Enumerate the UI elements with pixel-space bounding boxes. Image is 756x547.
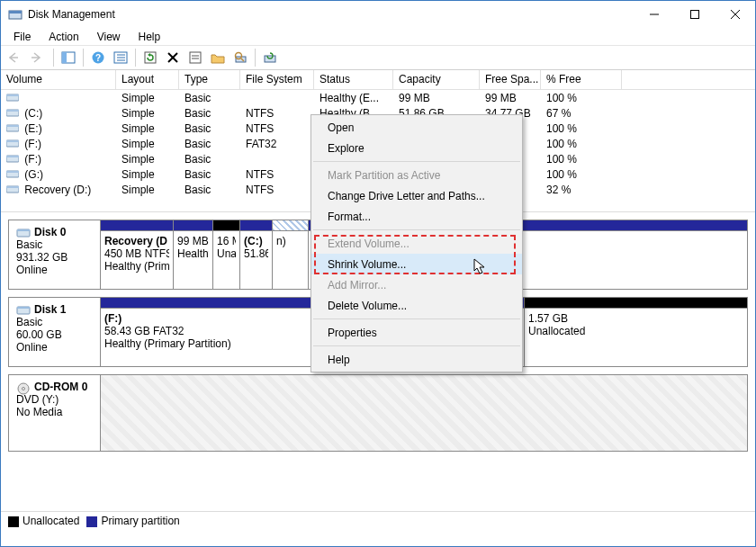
help-button[interactable]: ? xyxy=(88,48,108,67)
menu-bar: File Action View Help xyxy=(1,28,755,46)
partition[interactable]: 16 MUnal xyxy=(212,220,239,289)
hdd-icon xyxy=(16,228,31,238)
col-type[interactable]: Type xyxy=(179,70,240,89)
rescan-icon[interactable] xyxy=(260,48,280,67)
ctx-shrink-volume[interactable]: Shrink Volume... xyxy=(311,254,522,274)
disk-info[interactable]: Disk 1Basic60.00 GBOnline xyxy=(9,298,101,366)
svg-rect-33 xyxy=(6,156,19,157)
col-capacity[interactable]: Capacity xyxy=(393,70,480,89)
legend-unallocated: Unallocated xyxy=(22,515,79,527)
svg-point-43 xyxy=(22,387,25,390)
window-title: Disk Management xyxy=(28,8,634,21)
disk-row: CD-ROM 0DVD (Y:)No Media xyxy=(8,374,748,452)
menu-help[interactable]: Help xyxy=(130,29,170,45)
cdrom-icon xyxy=(16,382,31,393)
col-free[interactable]: Free Spa... xyxy=(480,70,541,89)
svg-rect-29 xyxy=(6,125,19,127)
disk-info[interactable]: Disk 0Basic931.32 GBOnline xyxy=(9,220,101,289)
svg-rect-3 xyxy=(690,11,698,19)
refresh-button[interactable] xyxy=(140,48,160,67)
col-layout[interactable]: Layout xyxy=(116,70,179,89)
svg-rect-25 xyxy=(6,94,19,96)
col-filesystem[interactable]: File System xyxy=(240,70,314,89)
empty-media xyxy=(101,375,747,451)
svg-rect-1 xyxy=(9,11,22,13)
legend-swatch-primary xyxy=(86,516,97,527)
ctx-explore[interactable]: Explore xyxy=(311,138,522,158)
partition[interactable]: 1.57 GBUnallocated xyxy=(524,298,747,366)
app-icon xyxy=(8,7,22,22)
ctx-open[interactable]: Open xyxy=(311,117,522,138)
maximize-button[interactable] xyxy=(674,1,715,28)
legend: Unallocated Primary partition xyxy=(1,512,755,530)
partition[interactable]: Recovery (D450 MB NTFSHealthy (Prim xyxy=(101,220,173,289)
col-pctfree[interactable]: % Free xyxy=(541,70,622,89)
svg-rect-39 xyxy=(17,229,30,231)
svg-rect-37 xyxy=(6,186,19,188)
menu-view[interactable]: View xyxy=(88,29,130,45)
svg-rect-27 xyxy=(6,110,19,112)
svg-rect-35 xyxy=(6,171,19,173)
legend-swatch-unallocated xyxy=(8,516,19,527)
search-disk-icon[interactable] xyxy=(230,48,250,67)
back-button[interactable] xyxy=(6,48,26,67)
ctx-mark-active: Mark Partition as Active xyxy=(311,165,522,185)
toolbar: ? xyxy=(1,46,755,70)
partition[interactable]: (C:)51.86 xyxy=(239,220,272,289)
delete-icon[interactable] xyxy=(163,48,183,67)
ctx-properties[interactable]: Properties xyxy=(311,322,522,343)
partition[interactable]: 99 MBHealthy ( xyxy=(173,220,212,289)
svg-rect-17 xyxy=(190,52,201,63)
ctx-help[interactable]: Help xyxy=(311,349,522,370)
col-status[interactable]: Status xyxy=(314,70,393,89)
properties-icon[interactable] xyxy=(185,48,205,67)
svg-text:?: ? xyxy=(95,53,101,63)
minimize-button[interactable] xyxy=(634,1,674,28)
legend-primary: Primary partition xyxy=(101,515,179,527)
svg-rect-41 xyxy=(17,307,30,309)
context-menu: Open Explore Mark Partition as Active Ch… xyxy=(310,114,523,372)
svg-rect-7 xyxy=(62,52,67,63)
ctx-extend-volume: Extend Volume... xyxy=(311,233,522,254)
menu-file[interactable]: File xyxy=(4,29,40,45)
show-hide-tree-button[interactable] xyxy=(58,48,78,67)
close-button[interactable] xyxy=(715,1,755,28)
table-header: Volume Layout Type File System Status Ca… xyxy=(1,70,755,90)
ctx-add-mirror: Add Mirror... xyxy=(311,274,522,295)
svg-rect-31 xyxy=(6,140,19,142)
disk-info[interactable]: CD-ROM 0DVD (Y:)No Media xyxy=(9,375,101,451)
folder-icon[interactable] xyxy=(208,48,228,67)
ctx-delete-volume[interactable]: Delete Volume... xyxy=(311,295,522,316)
partition[interactable]: n) xyxy=(272,220,308,289)
settings-button[interactable] xyxy=(111,48,130,67)
table-row[interactable]: SimpleBasicHealthy (E...99 MB99 MB100 % xyxy=(1,90,755,105)
col-volume[interactable]: Volume xyxy=(1,70,116,89)
ctx-format[interactable]: Format... xyxy=(311,206,522,227)
hdd-icon xyxy=(16,305,31,316)
forward-button[interactable] xyxy=(29,48,49,67)
menu-action[interactable]: Action xyxy=(40,29,87,45)
ctx-change-drive-letter[interactable]: Change Drive Letter and Paths... xyxy=(311,185,522,206)
title-bar: Disk Management xyxy=(1,1,755,28)
